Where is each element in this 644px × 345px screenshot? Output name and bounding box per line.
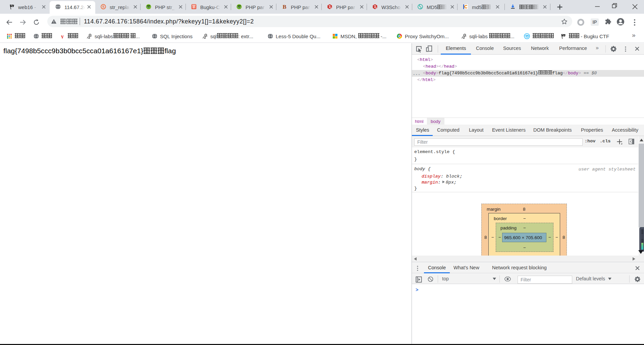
svg-text:S: S xyxy=(102,4,105,9)
svg-text:B: B xyxy=(283,4,286,9)
svg-text:</>: </> xyxy=(147,6,151,8)
svg-text:</>: </> xyxy=(237,6,241,8)
svg-text:y: y xyxy=(61,33,64,39)
